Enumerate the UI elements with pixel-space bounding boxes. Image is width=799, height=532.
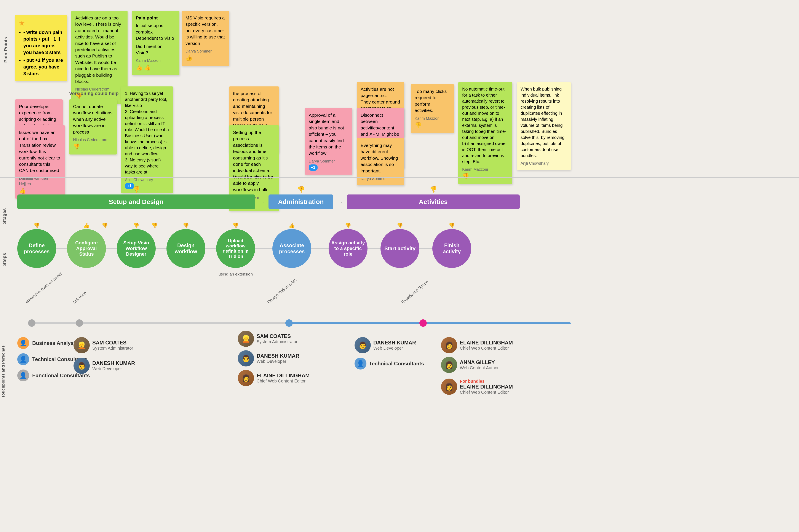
persona-ba-avatar: 👤 (17, 337, 29, 349)
journey-line-blue (290, 322, 571, 324)
tp3-danesh: 👨 DANESH KUMAR Web Developer (355, 337, 424, 353)
sticky-note-bullets: ★ • write down pain points • put +1 if y… (15, 15, 67, 81)
journey-label-paper: anywhere, even on paper (24, 271, 63, 305)
tp3-tc-label: Technical Consultants (369, 361, 424, 367)
tp2-elaine: 👩 ELAINE DILLINGHAM Chief Web Content Ed… (238, 370, 310, 386)
stages-label: Stages (2, 194, 7, 238)
step-configure: Configure Approval Status 👍 👎 (67, 229, 106, 268)
sticky-bulk-publishing: When bulk publishing individual items, l… (517, 82, 571, 170)
journey-dot-2 (76, 319, 83, 327)
section-divider-2 (0, 292, 799, 292)
touchpoint-group-4: 👩 ELAINE DILLINGHAM Chief Web Content Ed… (441, 337, 513, 395)
touchpoint-group-2: 👱 SAM COATES System Administrator 👨 DANE… (238, 330, 310, 386)
tp1-danesh: 👨 DANESH KUMAR Web Developer (74, 358, 135, 374)
steps-label: Steps (2, 238, 7, 281)
sticky-too-many-clicks: Too many clicks required to perform acti… (411, 84, 454, 133)
thumbdown-admin: 👎 (297, 186, 305, 193)
tp3-danesh-avatar: 👨 (355, 337, 371, 353)
thumbdown-setup: 👎 (132, 186, 140, 193)
persona-fc-avatar: 👤 (17, 369, 29, 381)
sticky-star: ★ (19, 20, 24, 26)
tp4-bundles-elaine: 👩 For bundles ELAINE DILLINGHAM Chief We… (441, 379, 513, 395)
touchpoints-label: Touchpoints and Personas (1, 318, 6, 426)
journey-label-design: Design Tridion Sites (266, 278, 298, 304)
tp4-anna: 👩 ANNA GILLEY Web Content Author (441, 357, 513, 373)
journey-line-container (17, 318, 795, 328)
tp2-danesh-avatar: 👨 (238, 350, 254, 366)
sticky-approval-single: Approval of a single item and also bundl… (305, 108, 352, 175)
stage-bars-row: 👎 Setup and Design → 👎 Administration → … (17, 194, 520, 209)
sticky-cannot-update: Cannot update workflow definitions when … (69, 99, 117, 154)
persona-tc-avatar: 👤 (17, 353, 29, 365)
journey-line-gray (30, 322, 290, 324)
tp3-tc: 👤 Technical Consultants (355, 358, 424, 369)
tp4-elaine: 👩 ELAINE DILLINGHAM Chief Web Content Ed… (441, 337, 513, 353)
journey-dot-4 (420, 319, 427, 327)
stage-bar-admin: Administration (268, 194, 333, 209)
tp1-sam-avatar: 👱 (74, 337, 90, 353)
tp3-tc-avatar: 👤 (355, 358, 367, 369)
sticky-item-1: • write down pain points • put +1 if you… (23, 29, 63, 56)
step-finish: Finish activity 👎 (432, 229, 471, 268)
touchpoint-group-1: 👱 SAM COATES System Administrator 👨 DANE… (74, 337, 135, 374)
journey-label-visio: MS Visio (72, 291, 87, 305)
sticky-pain-point-visio: Pain point Initial setup is complex Depe… (132, 11, 180, 75)
step-associate: Associate processes 👍 (272, 229, 311, 268)
tp2-danesh: 👨 DANESH KUMAR Web Developer (238, 350, 310, 366)
step-design: Design workflow 👎 (166, 229, 205, 268)
step-define: Define processes 👎 (17, 229, 56, 268)
sticky-msvisio: MS Visio requires a specific version, no… (182, 11, 229, 66)
tp4-anna-avatar: 👩 (441, 357, 457, 373)
step-upload: Upload workflow definition in Tridion 👎 … (216, 229, 255, 268)
step-assign: Assign activity to a specific role 👎 (329, 229, 368, 268)
sticky-green-activities: Activities are on a too low level. There… (71, 11, 128, 104)
journey-dot-3 (285, 319, 293, 327)
thumbup-icon: 👍 (136, 64, 143, 71)
arrow-1: → (255, 198, 268, 206)
steps-row: Define processes 👎 Configure Approval St… (17, 229, 471, 268)
sticky-diff-workflow: Everything may have different workflow. … (357, 138, 404, 185)
tp4-elaine-avatar: 👩 (441, 337, 457, 353)
tp1-sam: 👱 SAM COATES System Administrator (74, 337, 135, 353)
stage-bar-setup: Setup and Design (17, 194, 255, 209)
section-divider (0, 177, 799, 178)
tp1-danesh-avatar: 👨 (74, 358, 90, 374)
stage-bar-activities: Activities (347, 194, 520, 209)
sticky-item-2: • put +1 if you are agree, you have 3 st… (23, 57, 63, 77)
tp2-sam-avatar: 👱 (238, 330, 254, 347)
thumbdown-activities: 👎 (430, 186, 437, 193)
step-start: Start activity 👎 (380, 229, 420, 268)
pain-points-label: Pain Points (3, 17, 8, 82)
sticky-no-timeout: No automatic time-out for a task to eith… (458, 82, 512, 184)
tp2-sam: 👱 SAM COATES System Administrator (238, 330, 310, 347)
tp4-bundles-elaine-avatar: 👩 (441, 379, 457, 395)
step-setup-visio: Setup Visio Workflow Designer 👎 👎 (117, 229, 156, 268)
sticky-translation: Issue: we have an out-of-the-box. Transl… (15, 125, 65, 198)
versioning-label: Versioning could help (69, 91, 119, 96)
touchpoint-group-3: 👨 DANESH KUMAR Web Developer 👤 Technical… (355, 337, 424, 369)
tp2-elaine-avatar: 👩 (238, 370, 254, 386)
journey-dot-1 (28, 319, 35, 327)
arrow-2: → (333, 198, 347, 206)
persona-ba-label: Business Analyst (32, 340, 75, 346)
